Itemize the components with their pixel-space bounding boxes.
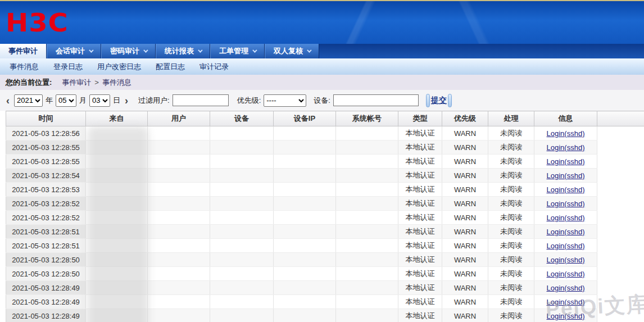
cell-time: 2021-05-03 12:28:52: [6, 197, 86, 211]
cell-time: 2021-05-03 12:28:50: [6, 267, 86, 281]
chevron-down-icon: [307, 48, 311, 52]
cell-info: Login(sshd): [534, 183, 597, 197]
submit-button-left-cap: [426, 94, 430, 107]
event-table: 时间来自用户设备设备IP系统帐号类型优先级处理信息 2021-05-03 12:…: [6, 111, 644, 322]
cell-from: [86, 267, 148, 281]
cell-info: Login(sshd): [534, 169, 597, 183]
sub-nav-item-4[interactable]: 审计记录: [192, 62, 236, 72]
event-info-link[interactable]: Login(sshd): [547, 312, 585, 320]
tab-4[interactable]: 工单管理: [210, 44, 265, 58]
table-row: 2021-05-03 12:28:50本地认证WARN未阅读Login(sshd…: [6, 253, 644, 267]
sub-nav-item-1[interactable]: 登录日志: [46, 62, 90, 72]
submit-button[interactable]: 提交: [426, 94, 452, 107]
cell-filler: [597, 253, 644, 267]
event-info-link[interactable]: Login(sshd): [547, 270, 585, 278]
main-tab-bar: 事件审计会话审计密码审计统计报表工单管理双人复核: [0, 44, 644, 58]
cell-filler: [597, 295, 644, 309]
breadcrumb-link-event-message[interactable]: 事件消息: [102, 78, 131, 88]
cell-user: [148, 253, 210, 267]
cell-info: Login(sshd): [534, 140, 597, 155]
event-info-link[interactable]: Login(sshd): [547, 298, 585, 306]
table-row: 2021-05-03 12:28:56本地认证WARN未阅读Login(sshd…: [6, 126, 644, 140]
cell-priority: WARN: [442, 267, 488, 281]
event-info-link[interactable]: Login(sshd): [547, 185, 585, 194]
cell-info: Login(sshd): [534, 267, 597, 281]
cell-device: [210, 155, 274, 169]
tab-label: 统计报表: [165, 46, 194, 56]
cell-account: [336, 281, 398, 295]
breadcrumb-link-event-audit[interactable]: 事件审计: [62, 78, 91, 88]
month-select[interactable]: 05: [56, 94, 76, 107]
event-info-link[interactable]: Login(sshd): [547, 143, 585, 152]
cell-priority: WARN: [442, 155, 488, 169]
event-table-body: 2021-05-03 12:28:56本地认证WARN未阅读Login(sshd…: [6, 126, 644, 322]
event-info-link[interactable]: Login(sshd): [547, 228, 585, 236]
event-info-link[interactable]: Login(sshd): [547, 284, 585, 292]
event-info-link[interactable]: Login(sshd): [547, 199, 585, 208]
cell-user: [148, 239, 210, 253]
cell-priority: WARN: [442, 253, 488, 267]
tab-2[interactable]: 密码审计: [101, 44, 156, 58]
tab-0[interactable]: 事件审计: [0, 44, 47, 58]
cell-priority: WARN: [442, 239, 488, 253]
cell-info: Login(sshd): [534, 253, 597, 267]
device-input[interactable]: [333, 94, 419, 106]
event-info-link[interactable]: Login(sshd): [547, 256, 585, 264]
cell-type: 本地认证: [398, 267, 442, 281]
cell-device: [210, 267, 274, 281]
cell-type: 本地认证: [398, 183, 442, 197]
event-info-link[interactable]: Login(sshd): [547, 157, 585, 166]
chevron-down-icon: [198, 48, 202, 52]
sub-nav-item-2[interactable]: 用户改密日志: [90, 62, 148, 72]
cell-status: 未阅读: [488, 267, 534, 281]
tab-1[interactable]: 会话审计: [47, 44, 101, 58]
cell-device_ip: [274, 253, 336, 267]
cell-device_ip: [274, 309, 336, 322]
priority-select[interactable]: ----: [264, 94, 306, 107]
cell-from: [86, 225, 148, 239]
cell-priority: WARN: [442, 211, 488, 225]
cell-user: [148, 140, 210, 155]
submit-button-right-cap: [448, 94, 452, 107]
table-row: 2021-05-03 12:28:51本地认证WARN未阅读Login(sshd…: [6, 225, 644, 239]
column-header-5: 系统帐号: [336, 111, 398, 126]
cell-info: Login(sshd): [534, 225, 597, 239]
cell-filler: [597, 309, 644, 322]
next-day-icon[interactable]: ›: [123, 95, 130, 106]
chevron-down-icon: [89, 48, 93, 52]
user-filter-label: 过滤用户:: [138, 96, 170, 106]
year-select[interactable]: 2021: [14, 94, 43, 107]
cell-device: [210, 211, 274, 225]
cell-time: 2021-05-03 12:28:55: [6, 155, 86, 169]
event-info-link[interactable]: Login(sshd): [547, 171, 585, 180]
cell-type: 本地认证: [398, 211, 442, 225]
event-info-link[interactable]: Login(sshd): [547, 129, 585, 138]
user-filter-input[interactable]: [173, 94, 229, 106]
cell-time: 2021-05-03 12:28:53: [6, 183, 86, 197]
cell-account: [336, 267, 398, 281]
tab-3[interactable]: 统计报表: [156, 44, 210, 58]
cell-type: 本地认证: [398, 225, 442, 239]
cell-device: [210, 126, 274, 140]
cell-filler: [597, 126, 644, 140]
sub-nav-item-3[interactable]: 配置日志: [148, 62, 192, 72]
tab-5[interactable]: 双人复核: [265, 44, 319, 58]
event-info-link[interactable]: Login(sshd): [547, 242, 585, 250]
cell-device: [210, 281, 274, 295]
priority-label: 优先级:: [237, 96, 261, 106]
prev-day-icon[interactable]: ‹: [4, 95, 11, 106]
day-select[interactable]: 03: [89, 94, 110, 107]
cell-type: 本地认证: [398, 155, 442, 169]
table-row: 2021-05-03 12:28:49本地认证WARN未阅读Login(sshd…: [6, 295, 644, 309]
cell-status: 未阅读: [488, 140, 534, 155]
cell-info: Login(sshd): [534, 281, 597, 295]
column-header-1: 来自: [86, 111, 148, 126]
tab-label: 事件审计: [8, 46, 38, 56]
cell-account: [336, 239, 398, 253]
cell-filler: [597, 183, 644, 197]
cell-account: [336, 253, 398, 267]
sub-nav-item-0[interactable]: 事件消息: [2, 62, 46, 72]
h3c-logo: H3C: [6, 8, 69, 37]
event-info-link[interactable]: Login(sshd): [547, 214, 585, 222]
cell-device_ip: [274, 126, 336, 140]
